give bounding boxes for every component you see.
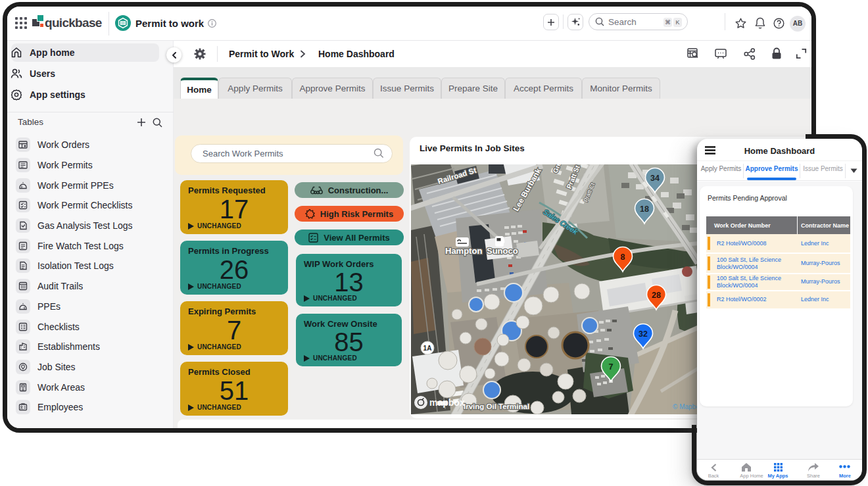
svg-text:34: 34 xyxy=(650,174,660,183)
svg-text:32: 32 xyxy=(639,329,648,339)
svg-text:© Mapbo: © Mapbo xyxy=(673,403,700,410)
svg-text:Hampton: Hampton xyxy=(445,246,482,256)
svg-text:7: 7 xyxy=(609,362,614,372)
svg-text:28: 28 xyxy=(652,291,661,300)
svg-text:Irving Oil Terminal: Irving Oil Terminal xyxy=(464,402,529,410)
svg-text:mapbox: mapbox xyxy=(429,397,465,408)
svg-text:Sunoco: Sunoco xyxy=(487,246,518,256)
svg-text:1A: 1A xyxy=(423,345,432,352)
svg-text:8: 8 xyxy=(621,253,625,262)
svg-text:18: 18 xyxy=(640,205,649,214)
